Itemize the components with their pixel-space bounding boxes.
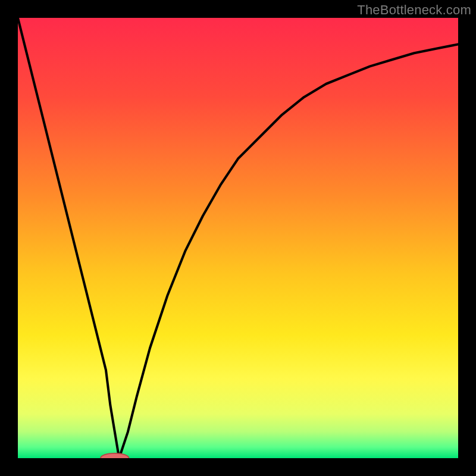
watermark-text: TheBottleneck.com	[357, 2, 471, 18]
chart-frame: TheBottleneck.com	[0, 0, 476, 476]
plot-area	[18, 18, 458, 458]
plot-svg	[18, 18, 458, 458]
gradient-background	[18, 18, 458, 458]
